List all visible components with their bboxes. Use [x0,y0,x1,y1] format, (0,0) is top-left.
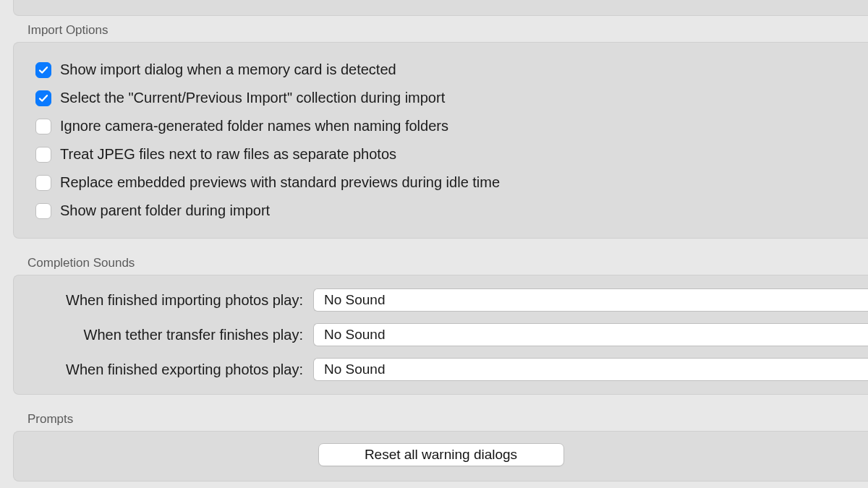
sound-select-tether[interactable]: No Sound [313,323,868,346]
import-option-row: Replace embedded previews with standard … [35,168,868,197]
sound-label: When tether transfer finishes play: [35,327,303,343]
checkmark-icon [38,93,48,103]
prompts-title: Prompts [27,412,855,427]
sound-select-value: No Sound [324,292,386,308]
import-options-title: Import Options [27,23,855,38]
sound-label: When finished importing photos play: [35,292,303,309]
completion-sounds-panel: When finished importing photos play: No … [13,275,868,395]
reset-warnings-button[interactable]: Reset all warning dialogs [318,443,564,466]
import-option-row: Ignore camera-generated folder names whe… [35,112,868,140]
sound-row-tether: When tether transfer finishes play: No S… [35,317,868,352]
sound-select-import[interactable]: No Sound [313,288,868,312]
import-option-checkbox-1[interactable] [35,90,51,106]
import-option-row: Show import dialog when a memory card is… [35,56,868,84]
import-option-checkbox-4[interactable] [35,175,51,191]
import-option-checkbox-2[interactable] [35,119,51,134]
import-option-label: Show import dialog when a memory card is… [60,61,396,78]
sound-select-value: No Sound [324,327,386,343]
import-option-row: Select the "Current/Previous Import" col… [35,84,868,112]
import-option-checkbox-3[interactable] [35,147,51,163]
import-option-label: Ignore camera-generated folder names whe… [60,118,448,134]
prompts-panel: Reset all warning dialogs [13,431,868,481]
previous-section-stub [13,0,868,16]
sound-row-import: When finished importing photos play: No … [35,283,868,317]
import-option-row: Show parent folder during import [35,197,868,225]
import-option-label: Replace embedded previews with standard … [60,174,500,191]
import-option-checkbox-0[interactable] [35,62,51,78]
import-option-label: Select the "Current/Previous Import" col… [60,90,445,106]
checkmark-icon [38,65,48,75]
import-option-label: Show parent folder during import [60,202,270,219]
import-option-row: Treat JPEG files next to raw files as se… [35,140,868,168]
sound-select-value: No Sound [324,361,386,377]
sound-label: When finished exporting photos play: [35,361,303,378]
sound-row-export: When finished exporting photos play: No … [35,352,868,387]
completion-sounds-title: Completion Sounds [27,256,855,270]
import-option-label: Treat JPEG files next to raw files as se… [60,146,396,163]
import-option-checkbox-5[interactable] [35,203,51,219]
reset-warnings-label: Reset all warning dialogs [365,447,517,463]
sound-select-export[interactable]: No Sound [313,358,868,381]
import-options-panel: Show import dialog when a memory card is… [13,42,868,239]
